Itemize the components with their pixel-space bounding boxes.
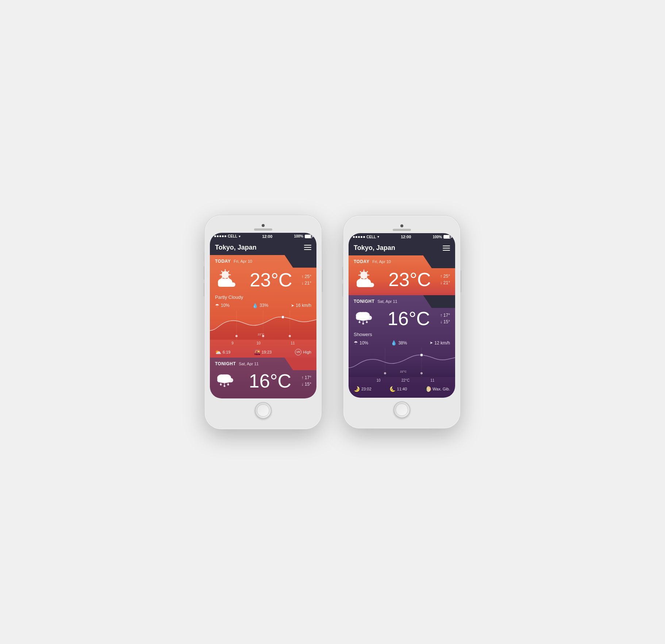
volume-down-button: [203, 283, 205, 296]
menu-icon-left[interactable]: [304, 245, 311, 250]
tonight-condition-right: Showers: [354, 332, 450, 337]
umbrella-icon-left: ☂: [215, 303, 219, 308]
moonset-icon-right: 🌜: [389, 386, 396, 392]
home-button-left[interactable]: [255, 402, 272, 419]
signal-dot-r1: [353, 236, 355, 238]
tonight-low-right: ↓ 15°: [440, 319, 450, 324]
tonight-icon-left: [215, 371, 239, 391]
droplet-icon-left: 💧: [252, 303, 258, 308]
volume-up-button: [203, 266, 205, 279]
status-right-right: 100%: [433, 235, 451, 239]
wind-icon-right: ➤: [430, 340, 433, 345]
tonight-wind-right: ➤ 12 km/h: [430, 340, 450, 346]
carrier-text: CELL: [228, 234, 237, 238]
tonight-temp-left: 16°C: [249, 371, 291, 390]
screen-clip-left: CELL ▾ 12:00 100% Tokyo, Japan: [210, 233, 316, 398]
tonight-tab-left: TONIGHT Sat, Apr 11: [215, 361, 311, 366]
svg-point-16: [281, 316, 284, 319]
power-button-right: [460, 270, 462, 292]
tonight-date-right: Sat, Apr 11: [377, 299, 397, 304]
phone-left: CELL ▾ 12:00 100% Tokyo, Japan: [205, 215, 322, 429]
status-left: CELL ▾: [214, 234, 241, 238]
svg-line-7: [228, 271, 229, 272]
power-button: [322, 270, 323, 292]
tonight-icon-right: [354, 308, 377, 329]
moonrise-info-right: 🌛 23:02: [354, 386, 372, 392]
phone-top-right: [349, 221, 455, 233]
front-camera: [262, 224, 265, 227]
tonight-date-left: Sat, Apr 11: [239, 362, 258, 366]
front-camera-right: [400, 224, 403, 227]
menu-line-r3: [443, 250, 450, 251]
home-button-right[interactable]: [393, 401, 410, 418]
signal-dot-r2: [355, 236, 357, 238]
svg-text:22°C: 22°C: [400, 370, 407, 373]
menu-line-r1: [443, 246, 450, 246]
tonight-tab-right: TONIGHT Sat, Apr 11: [354, 299, 450, 304]
signal-dot-1: [214, 235, 216, 237]
volume-up-button-right: [342, 267, 343, 280]
today-weather-main-right: 23°C ↑ 25° ↓ 21°: [354, 267, 450, 292]
tonight-label-left: TONIGHT: [215, 361, 236, 366]
battery-pct-right: 100%: [433, 235, 442, 239]
battery-bar-left: [305, 235, 312, 238]
menu-line-1: [304, 245, 311, 246]
today-weather-icon-left: [215, 268, 241, 292]
wind-stat-left: ➤ 16 km/h: [291, 303, 311, 308]
phone-right: CELL ▾ 12:00 100% Tokyo, Japan: [343, 216, 460, 428]
signal-dots: [214, 235, 226, 237]
tonight-humidity-right: 💧 38%: [391, 340, 407, 346]
svg-line-36: [360, 271, 361, 273]
today-condition-left: Partly Cloudy: [215, 294, 311, 300]
tonight-panel-right: TONIGHT Sat, Apr 11: [349, 295, 455, 398]
umbrella-icon-right: ☂: [354, 340, 358, 346]
menu-line-3: [304, 249, 311, 250]
svg-point-57: [384, 372, 386, 374]
moonrise-icon-right: 🌛: [354, 386, 360, 392]
today-temp-range-right: ↑ 25° ↓ 21°: [440, 274, 450, 285]
svg-line-37: [366, 278, 368, 279]
today-tab-left: TODAY Fri, Apr 10: [215, 259, 311, 264]
today-stats-left: ☂ 10% 💧 33% ➤ 16 km/h: [215, 303, 311, 308]
battery-tip-right: [451, 236, 452, 238]
battery-tip-left: [312, 235, 313, 237]
today-temp-left: 23°C: [250, 270, 292, 289]
svg-rect-43: [357, 283, 374, 287]
status-bar-right: CELL ▾ 12:00 100%: [349, 233, 455, 240]
status-right-left: 100%: [294, 234, 312, 238]
today-chart-left: 22°C: [210, 311, 316, 340]
svg-line-5: [222, 271, 223, 272]
today-high-left: ↑ 25°: [301, 274, 311, 279]
tonight-rain-right: ☂ 10%: [354, 340, 368, 346]
menu-icon-right[interactable]: [443, 246, 450, 251]
tonight-label-right: TONIGHT: [354, 299, 374, 304]
today-label-left: TODAY: [215, 259, 231, 264]
signal-dots-right: [353, 236, 365, 238]
svg-point-17: [235, 335, 238, 337]
status-time-right: 12:00: [401, 235, 411, 239]
sunset-info-left: 🌇 19:23: [254, 349, 272, 355]
tonight-temp-right: 16°C: [388, 309, 430, 328]
tonight-stats-right: ☂ 10% 💧 38% ➤ 12 km/h: [354, 340, 450, 346]
today-weather-main-left: 23°C ↑ 25° ↓ 21°: [215, 267, 311, 294]
svg-line-38: [366, 271, 368, 273]
today-date-right: Fri, Apr 10: [372, 259, 391, 264]
home-button-area-right: [349, 398, 455, 423]
battery-bar-right: [443, 235, 451, 239]
signal-dot-2: [217, 235, 219, 237]
battery-fill-left: [305, 235, 311, 238]
wifi-icon-right: ▾: [377, 235, 379, 239]
svg-point-58: [420, 372, 423, 374]
tonight-temp-range-left: ↑ 17° ↓ 15°: [301, 375, 311, 387]
today-low-right: ↓ 21°: [440, 280, 450, 285]
tonight-info-row-right: 🌛 23:02 🌜 11:40 🌔 Wax. Gib.: [354, 384, 450, 394]
signal-dot-r4: [361, 236, 362, 238]
svg-rect-24: [217, 378, 233, 382]
today-temp-right: 23°C: [388, 270, 431, 289]
wind-icon-left: ➤: [291, 303, 294, 308]
today-date-left: Fri, Apr 10: [234, 259, 252, 263]
svg-rect-47: [356, 316, 372, 320]
menu-line-2: [304, 247, 311, 248]
droplet-icon-right: 💧: [391, 340, 397, 346]
signal-dot-4: [222, 235, 224, 237]
